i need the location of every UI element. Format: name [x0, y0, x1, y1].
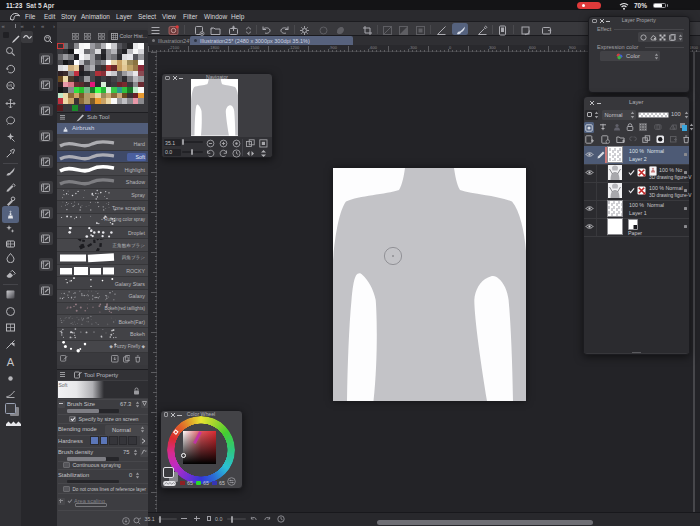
svg-text:A: A [6, 356, 14, 367]
